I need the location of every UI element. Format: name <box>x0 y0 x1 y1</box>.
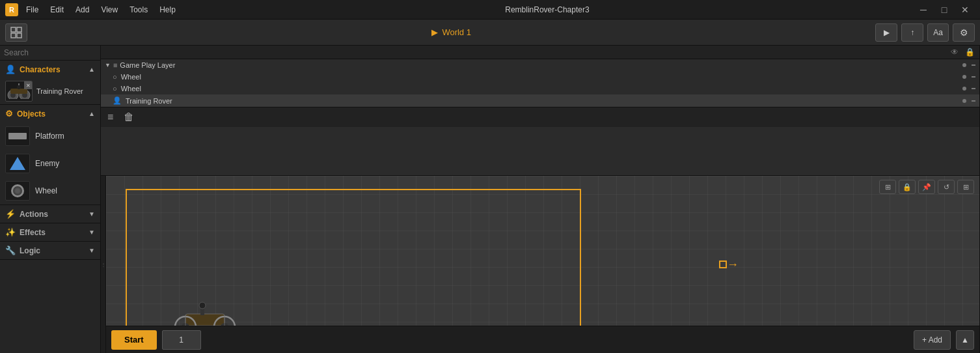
add-layer-button[interactable]: ≡ <box>105 110 116 124</box>
snap-tool-button[interactable]: 📌 <box>918 180 935 194</box>
layer-game-play[interactable]: ▼ ≡ Game Play Layer <box>101 59 979 71</box>
effects-section: ✨ Effects ▼ <box>0 223 100 242</box>
object-platform[interactable]: Platform <box>0 122 100 150</box>
grid-tool-button[interactable]: ⊞ <box>879 180 896 194</box>
characters-collapse-icon: ▲ <box>88 66 95 73</box>
search-input[interactable] <box>4 48 101 57</box>
object-enemy[interactable]: Enemy <box>0 150 100 177</box>
lock-icon[interactable]: 🔒 <box>963 47 977 57</box>
chevron-up-button[interactable]: ▲ <box>956 330 974 350</box>
toolbar-left <box>5 23 27 42</box>
delete-layer-button[interactable]: 🗑 <box>121 110 137 124</box>
rotate-tool-button[interactable]: ↺ <box>938 180 955 194</box>
layer-training-rover-dot[interactable] <box>962 99 966 103</box>
app-logo: R <box>5 3 18 16</box>
character-thumb-close[interactable]: ✕ <box>24 81 32 89</box>
eye-icon[interactable]: 👁 <box>949 47 960 57</box>
menu-bar: File Edit Add View Tools Help <box>21 4 181 16</box>
window-title: RemblinRover-Chapter3 <box>505 5 589 14</box>
layer-wheel-1-label: Wheel <box>121 73 141 81</box>
characters-section-header[interactable]: 👤 Characters ▲ <box>0 61 100 78</box>
maximize-button[interactable]: □ <box>934 3 954 16</box>
wheel-1-type-icon: ○ <box>113 73 117 81</box>
platform-thumb <box>5 126 30 146</box>
wheel-2-type-icon: ○ <box>113 85 117 92</box>
svg-rect-11 <box>185 314 225 326</box>
object-wheel[interactable]: Wheel <box>0 177 100 205</box>
logic-section: 🔧 Logic ▼ <box>0 242 100 260</box>
window-controls: ─ □ ✕ <box>914 3 975 16</box>
character-training-rover[interactable]: ✕ Training Rover <box>0 78 100 104</box>
logic-section-header[interactable]: 🔧 Logic ▼ <box>0 242 100 259</box>
add-button[interactable]: + Add <box>914 330 951 350</box>
main-toolbar: ▶ World 1 ▶ ↑ Aa ⚙ <box>0 20 980 46</box>
layer-wheel-1[interactable]: ○ Wheel <box>101 71 979 83</box>
characters-header-left: 👤 Characters <box>5 64 61 74</box>
platform-label: Platform <box>35 132 64 141</box>
font-button[interactable]: Aa <box>927 23 949 42</box>
characters-section: 👤 Characters ▲ ✕ <box>0 61 100 105</box>
lock-tool-button[interactable]: 🔒 <box>899 180 916 194</box>
svg-point-13 <box>199 302 206 309</box>
menu-tools[interactable]: Tools <box>124 4 153 16</box>
titlebar: R File Edit Add View Tools Help RemblinR… <box>0 0 980 20</box>
minimize-button[interactable]: ─ <box>914 3 933 16</box>
start-button[interactable]: Start <box>111 330 157 350</box>
layer-wheel-1-dash[interactable] <box>972 76 975 78</box>
actions-section-header[interactable]: ⚡ Actions ▼ <box>0 205 100 223</box>
objects-icon: ⚙ <box>5 109 13 119</box>
panel-resize-handle[interactable]: ⋮ <box>101 176 106 353</box>
canvas-area[interactable]: ⊞ 🔒 📌 ↺ ⊞ <box>106 176 979 353</box>
toolbar-right: ▶ ↑ Aa ⚙ <box>875 23 975 42</box>
menu-edit[interactable]: Edit <box>45 4 69 16</box>
layer-lock-dash[interactable] <box>972 64 975 66</box>
layer-wheel-2-dash[interactable] <box>972 88 975 89</box>
layer-expand-icon: ▼ <box>105 62 111 68</box>
align-tool-button[interactable]: ⊞ <box>957 180 974 194</box>
close-button[interactable]: ✕ <box>955 3 975 16</box>
layer-training-rover[interactable]: 👤 Training Rover <box>101 94 979 107</box>
scene-connector: → <box>719 259 739 270</box>
settings-button[interactable]: ⚙ <box>953 23 975 42</box>
layer-visibility-dot[interactable] <box>962 63 966 67</box>
play-button[interactable]: ▶ <box>875 23 897 42</box>
svg-rect-8 <box>10 89 27 94</box>
menu-view[interactable]: View <box>96 4 123 16</box>
training-rover-type-icon: 👤 <box>113 96 122 105</box>
layer-training-rover-dash[interactable] <box>972 100 975 102</box>
menu-help[interactable]: Help <box>154 4 181 16</box>
platform-shape <box>8 133 27 139</box>
scene-tools: ⊞ 🔒 📌 ↺ ⊞ <box>879 180 974 194</box>
connector-square <box>719 261 727 268</box>
main-layout: 🔍 👤 Characters ▲ ✕ <box>0 46 980 353</box>
search-bar: 🔍 <box>0 46 100 61</box>
actions-label: Actions <box>20 210 48 219</box>
left-sidebar: 🔍 👤 Characters ▲ ✕ <box>0 46 101 353</box>
export-button[interactable]: ↑ <box>901 23 923 42</box>
objects-section-header[interactable]: ⚙ Objects ▲ <box>0 105 100 122</box>
world-label[interactable]: World 1 <box>442 27 471 37</box>
layer-wheel-2[interactable]: ○ Wheel <box>101 83 979 94</box>
menu-file[interactable]: File <box>21 4 44 16</box>
scene-manager-icon <box>10 27 22 38</box>
menu-add[interactable]: Add <box>70 4 94 16</box>
enemy-shape <box>10 157 25 170</box>
effects-header-left: ✨ Effects <box>5 227 46 237</box>
effects-collapse-icon: ▼ <box>88 229 95 236</box>
layer-wheel-1-dot[interactable] <box>962 75 966 79</box>
objects-collapse-icon: ▲ <box>88 110 95 117</box>
logic-header-left: 🔧 Logic <box>5 246 40 255</box>
layer-wheel-2-dot[interactable] <box>962 87 966 91</box>
canvas-container: ⋮ ⊞ 🔒 📌 ↺ ⊞ <box>101 176 979 353</box>
wheel-thumb <box>5 181 30 201</box>
frame-input[interactable] <box>162 330 201 350</box>
actions-section: ⚡ Actions ▼ <box>0 205 100 223</box>
layer-bottom-bar: ≡ 🗑 <box>101 107 979 127</box>
scene-manager-button[interactable] <box>5 23 27 42</box>
layer-group-icon: ≡ <box>113 61 117 69</box>
actions-icon: ⚡ <box>5 209 16 219</box>
logic-collapse-icon: ▼ <box>88 247 95 254</box>
effects-section-header[interactable]: ✨ Effects ▼ <box>0 223 100 241</box>
layer-game-play-label: Game Play Layer <box>120 61 175 69</box>
layer-panel: 👁 🔒 ▼ ≡ Game Play Layer ○ Wheel ○ <box>101 46 979 176</box>
